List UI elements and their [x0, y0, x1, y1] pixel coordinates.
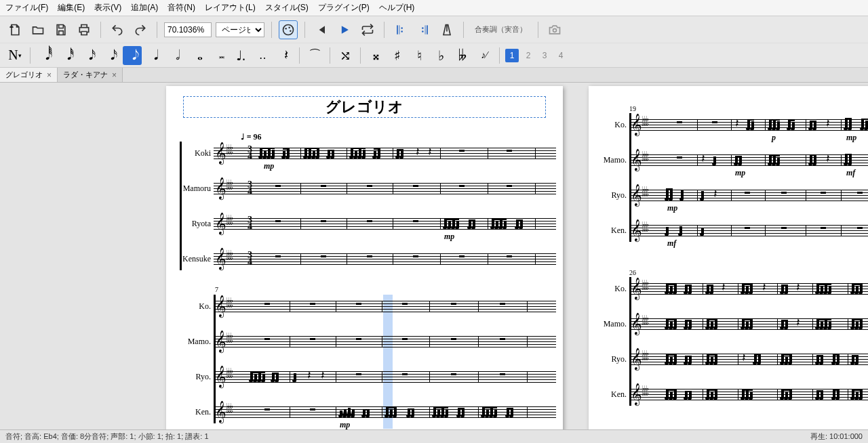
redo-button[interactable] — [131, 20, 150, 39]
sharp-button[interactable]: ♯ — [388, 46, 407, 65]
treble-clef-icon: 𝄞 — [215, 142, 226, 164]
note-32nd-button[interactable]: 𝅘𝅥𝅰 — [58, 46, 77, 65]
staff[interactable]: 𝄞 ♭♭♭♭♭♭ 𝄽 — [629, 313, 868, 335]
dynamic-mp[interactable]: mp — [264, 161, 274, 171]
staff[interactable]: 𝄞 ♭♭♭♭♭♭ 𝄽 𝄽 𝄽 — [629, 278, 868, 299]
view-mode-select[interactable]: ページビュー — [216, 22, 264, 37]
menu-help[interactable]: ヘルプ(H) — [379, 2, 415, 14]
undo-button[interactable] — [108, 20, 127, 39]
double-dot-button[interactable]: ‥ — [253, 46, 272, 65]
score-page-1[interactable]: グレゴリオ ♩ = 96 Koki 𝄞 ♭♭♭♭♭♭ 34 — [166, 86, 563, 429]
save-button[interactable] — [52, 20, 71, 39]
score-workspace[interactable]: グレゴリオ ♩ = 96 Koki 𝄞 ♭♭♭♭♭♭ 34 — [0, 83, 868, 429]
menu-view[interactable]: 表示(V) — [94, 2, 121, 14]
dynamic-p[interactable]: p — [772, 133, 776, 143]
loop-button[interactable] — [358, 20, 377, 39]
part-label: Ko. — [595, 284, 629, 294]
grace-note-button[interactable]: ♪⁄ — [475, 46, 494, 65]
menu-notes[interactable]: 音符(N) — [167, 2, 195, 14]
note-64th-button[interactable]: 𝅘𝅥𝅱 — [36, 46, 55, 65]
tab-rada-kiana[interactable]: ラダ・キアナ × — [58, 68, 123, 82]
dynamic-mp[interactable]: mp — [846, 133, 856, 143]
time-signature[interactable]: 34 — [248, 217, 252, 230]
note-whole-button[interactable]: 𝅝 — [188, 46, 207, 65]
natural-button[interactable]: ♮ — [410, 46, 429, 65]
tab-gregorian[interactable]: グレゴリオ × — [0, 68, 58, 82]
staff[interactable]: 𝄞 ♭♭♭♭♭♭ 34 𝄽 — [214, 142, 556, 164]
dynamic-mp[interactable]: mp — [340, 420, 350, 429]
svg-point-6 — [401, 27, 403, 29]
dot-button[interactable]: ♩. — [231, 46, 250, 65]
voice-2-button[interactable]: 2 — [521, 49, 535, 62]
note-quarter-button[interactable]: 𝅘𝅥 — [144, 46, 163, 65]
flip-button[interactable]: ⤭ — [336, 46, 355, 65]
close-icon[interactable]: × — [112, 70, 117, 80]
time-signature[interactable]: 34 — [248, 182, 252, 195]
staff[interactable]: 𝄞 ♭♭♭♭♭♭ 𝄽 𝄽 — [629, 149, 868, 171]
close-icon[interactable]: × — [47, 70, 52, 80]
rest-button[interactable]: 𝄽 — [275, 46, 294, 65]
open-button[interactable] — [28, 20, 47, 39]
tempo-marking[interactable]: ♩ = 96 — [241, 132, 262, 142]
staff-ken: Ken. 𝄞 ♭♭♭♭♭♭ — [595, 219, 868, 242]
dynamic-mp[interactable]: mp — [735, 168, 745, 178]
menu-add[interactable]: 追加(A) — [131, 2, 158, 14]
menu-style[interactable]: スタイル(S) — [265, 2, 309, 14]
note-input-mode-button[interactable]: N▾ — [5, 46, 24, 65]
menu-file[interactable]: ファイル(F) — [5, 2, 48, 14]
palette-button[interactable] — [279, 20, 298, 39]
staff[interactable]: 𝄞 ♭♭♭♭♭♭ — [629, 383, 868, 405]
staff[interactable]: 𝄞 ♭♭♭♭♭♭ — [214, 401, 556, 423]
staff[interactable]: 𝄞 ♭♭♭♭♭♭ mf — [629, 219, 868, 241]
dynamic-mf[interactable]: mf — [846, 168, 855, 178]
staff[interactable]: 𝄞 ♭♭♭♭♭♭ — [214, 295, 556, 317]
tie-button[interactable]: ⁀ — [305, 46, 324, 65]
voice-1-button[interactable]: 1 — [505, 49, 519, 62]
dynamic-mf[interactable]: mf — [667, 238, 676, 249]
time-signature[interactable]: 34 — [248, 146, 252, 160]
staff[interactable]: 𝄞 ♭♭♭♭♭♭ 34 — [214, 248, 556, 270]
note-8th-button[interactable]: 𝅘𝅥𝅮 — [123, 46, 142, 65]
status-playback-time: 再生: 10:01:000 — [810, 431, 863, 442]
note-16th-button[interactable]: 𝅘𝅥𝅯 — [79, 46, 98, 65]
treble-clef-icon: 𝄞 — [631, 383, 642, 405]
print-button[interactable] — [75, 20, 94, 39]
staff[interactable]: 𝄞 ♭♭♭♭♭♭ 34 — [214, 177, 556, 199]
menu-plugin[interactable]: プラグイン(P) — [318, 2, 370, 14]
double-sharp-button[interactable]: 𝄪 — [366, 46, 385, 65]
metronome-button[interactable] — [437, 20, 456, 39]
voice-3-button[interactable]: 3 — [538, 49, 551, 62]
note-breve-button[interactable]: 𝅜 — [210, 46, 229, 65]
time-signature[interactable]: 34 — [248, 252, 252, 266]
note-half-button[interactable]: 𝅗𝅥 — [166, 46, 185, 65]
new-button[interactable] — [5, 20, 24, 39]
screenshot-button[interactable] — [545, 20, 564, 39]
dynamic-mp[interactable]: mp — [667, 203, 677, 213]
rewind-button[interactable] — [312, 20, 331, 39]
staff[interactable]: 𝄞 ♭♭♭♭♭♭ 𝄽 𝄽 — [629, 114, 868, 135]
menu-edit[interactable]: 編集(E) — [58, 2, 85, 14]
voice-4-button[interactable]: 4 — [554, 49, 568, 62]
staff[interactable]: 𝄞 ♭♭♭♭♭♭ 𝄽 — [629, 348, 868, 370]
part-label: Koki — [180, 148, 214, 159]
dynamic-mp[interactable]: mp — [444, 232, 454, 242]
flat-button[interactable]: ♭ — [431, 46, 450, 65]
concert-pitch-toggle[interactable]: 合奏調（実音） — [471, 23, 531, 36]
staff-ryo: Ryo. 𝄞 ♭♭♭♭♭♭ 𝄽 — [595, 347, 868, 371]
score-page-2[interactable]: 19 Ko. 𝄞 ♭♭♭♭♭♭ 𝄽 — [589, 86, 868, 429]
separator — [463, 22, 464, 38]
staff-ken: Ken. 𝄞 ♭♭♭♭♭♭ — [180, 400, 556, 423]
note-16th-alt-button[interactable]: 𝅘𝅥𝅯 — [101, 46, 120, 65]
play-button[interactable] — [335, 20, 354, 39]
staff[interactable]: 𝄞 ♭♭♭♭♭♭ 𝄽 𝄽 — [214, 366, 556, 387]
repeat-end-button[interactable] — [414, 20, 433, 39]
staff[interactable]: 𝄞 ♭♭♭♭♭♭ 34 mp — [214, 213, 556, 234]
zoom-select[interactable] — [164, 22, 212, 37]
double-flat-button[interactable]: 𝄫 — [453, 46, 472, 65]
menu-layout[interactable]: レイアウト(L) — [205, 2, 256, 14]
staff[interactable]: 𝄞 ♭♭♭♭♭♭ — [214, 331, 556, 352]
score-title[interactable]: グレゴリオ — [183, 96, 546, 118]
repeat-start-button[interactable] — [391, 20, 410, 39]
staff[interactable]: 𝄞 ♭♭♭♭♭♭ 𝄽 mp — [629, 184, 868, 206]
key-signature: ♭♭♭♭♭♭ — [642, 316, 648, 325]
